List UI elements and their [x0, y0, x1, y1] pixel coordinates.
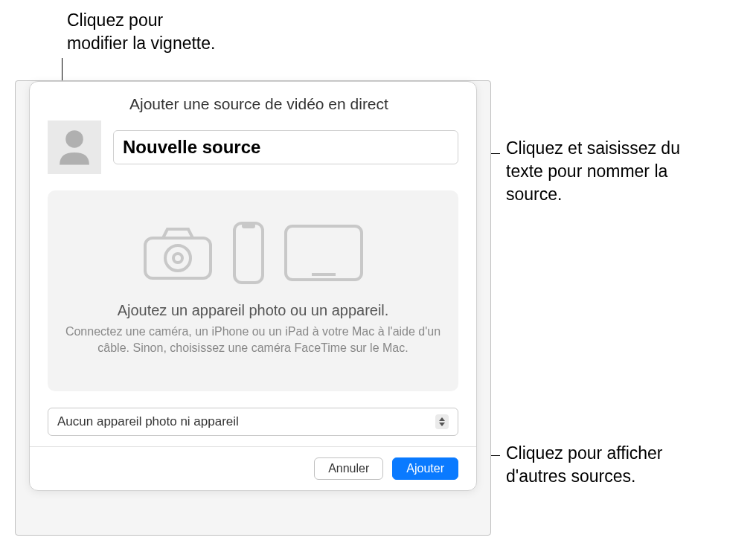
modal-header: Ajouter une source de vidéo en direct: [30, 82, 476, 121]
device-area: Ajoutez un appareil photo ou un appareil…: [48, 190, 458, 391]
annotation-dropdown: Cliquez pour afficher d'autres sources.: [506, 442, 663, 488]
source-name-input[interactable]: [113, 130, 458, 164]
phone-icon: [231, 220, 266, 286]
svg-rect-4: [234, 223, 263, 283]
modal-footer: Annuler Ajouter: [30, 446, 476, 490]
chevron-up-down-icon: [435, 414, 449, 429]
annotation-thumbnail: Cliquez pour modifier la vignette.: [67, 9, 215, 55]
device-area-subtitle: Connectez une caméra, un iPhone ou un iP…: [63, 324, 443, 357]
svg-point-0: [65, 130, 83, 148]
source-row: [30, 121, 476, 184]
thumbnail-button[interactable]: [48, 121, 101, 174]
svg-point-2: [165, 245, 190, 271]
modal-backdrop: Ajouter une source de vidéo en direct: [15, 80, 491, 536]
camera-icon: [141, 223, 215, 283]
device-area-title: Ajoutez un appareil photo ou un appareil…: [63, 302, 443, 319]
add-button[interactable]: Ajouter: [392, 457, 458, 480]
svg-rect-6: [286, 226, 362, 280]
modal-title: Ajouter une source de vidéo en direct: [48, 95, 458, 113]
tablet-icon: [282, 222, 365, 283]
svg-rect-5: [242, 223, 255, 228]
person-silhouette-icon: [53, 124, 96, 170]
device-icons: [63, 220, 443, 286]
add-source-modal: Ajouter une source de vidéo en direct: [29, 81, 477, 491]
dropdown-selected-label: Aucun appareil photo ni appareil: [57, 414, 239, 429]
svg-point-3: [173, 254, 182, 263]
cancel-button[interactable]: Annuler: [314, 457, 383, 480]
device-dropdown[interactable]: Aucun appareil photo ni appareil: [48, 408, 458, 436]
annotation-name-field: Cliquez et saisissez du texte pour nomme…: [506, 137, 680, 206]
